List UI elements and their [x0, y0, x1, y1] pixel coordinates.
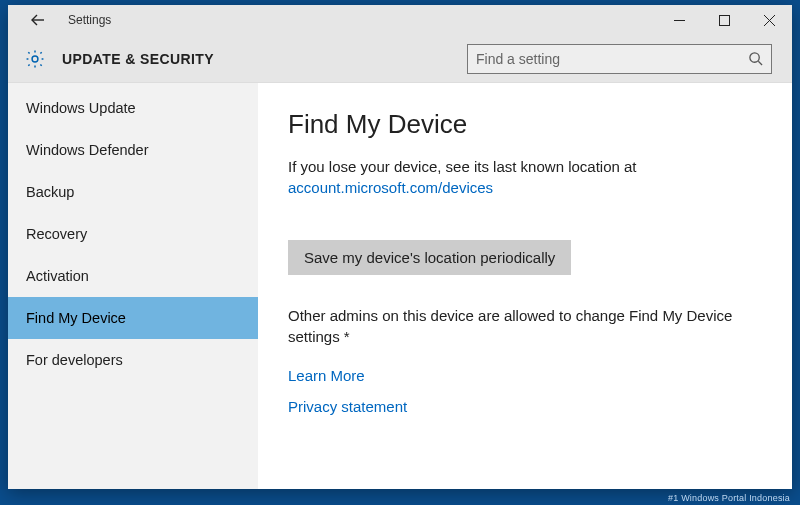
sidebar-item-windows-defender[interactable]: Windows Defender: [8, 129, 258, 171]
gear-icon: [24, 48, 46, 70]
sidebar-item-find-my-device[interactable]: Find My Device: [8, 297, 258, 339]
window-title: Settings: [68, 13, 111, 27]
header-bar: UPDATE & SECURITY: [8, 35, 792, 83]
lead-text: If you lose your device, see its last kn…: [288, 158, 637, 175]
privacy-statement-link[interactable]: Privacy statement: [288, 398, 762, 415]
svg-point-5: [32, 56, 38, 62]
learn-more-link[interactable]: Learn More: [288, 367, 762, 384]
maximize-button[interactable]: [702, 5, 747, 35]
sidebar-item-recovery[interactable]: Recovery: [8, 213, 258, 255]
search-box[interactable]: [467, 44, 772, 74]
window-controls: [657, 5, 792, 35]
svg-point-6: [750, 53, 759, 62]
svg-line-7: [758, 61, 762, 65]
save-location-button[interactable]: Save my device's location periodically: [288, 240, 571, 275]
sidebar-item-backup[interactable]: Backup: [8, 171, 258, 213]
lead-text-block: If you lose your device, see its last kn…: [288, 156, 762, 198]
body: Windows Update Windows Defender Backup R…: [8, 83, 792, 489]
admin-note: Other admins on this device are allowed …: [288, 305, 762, 347]
settings-window: Settings UPD: [8, 5, 792, 489]
page-title: Find My Device: [288, 109, 762, 140]
section-title: UPDATE & SECURITY: [62, 51, 214, 67]
watermark-text: #1 Windows Portal Indonesia: [668, 493, 790, 503]
minimize-icon: [674, 15, 685, 26]
back-arrow-icon: [30, 12, 46, 28]
svg-rect-2: [720, 15, 730, 25]
search-icon: [748, 51, 763, 66]
close-icon: [764, 15, 775, 26]
maximize-icon: [719, 15, 730, 26]
back-button[interactable]: [18, 5, 58, 35]
sidebar-item-activation[interactable]: Activation: [8, 255, 258, 297]
close-button[interactable]: [747, 5, 792, 35]
search-input[interactable]: [476, 51, 742, 67]
sidebar-item-windows-update[interactable]: Windows Update: [8, 87, 258, 129]
sidebar-item-for-developers[interactable]: For developers: [8, 339, 258, 381]
titlebar: Settings: [8, 5, 792, 35]
sidebar: Windows Update Windows Defender Backup R…: [8, 83, 258, 489]
content-pane: Find My Device If you lose your device, …: [258, 83, 792, 489]
account-link[interactable]: account.microsoft.com/devices: [288, 179, 493, 196]
minimize-button[interactable]: [657, 5, 702, 35]
